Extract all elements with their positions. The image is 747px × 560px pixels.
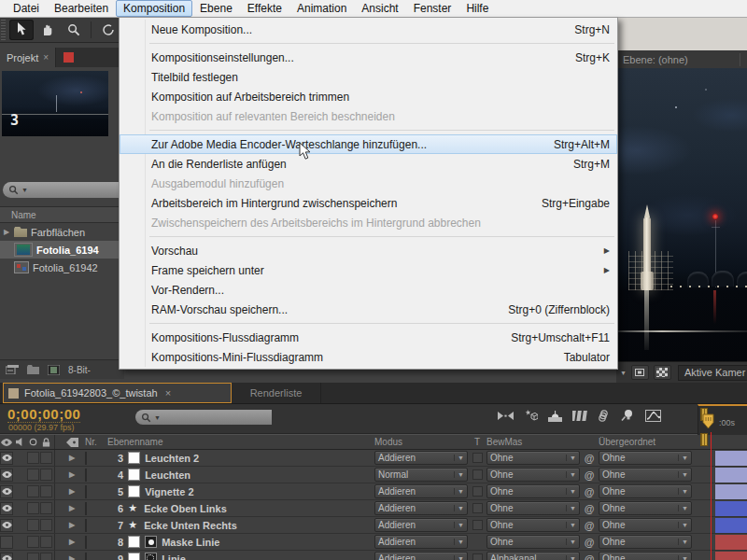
menu-item-vorschau[interactable]: Vorschau ▶ <box>120 241 617 260</box>
graph-editor-icon[interactable] <box>645 410 661 422</box>
track-matte-dropdown[interactable]: Ohne▼ <box>486 535 580 549</box>
visibility-toggle[interactable] <box>0 452 13 465</box>
expand-arrow-icon[interactable]: ▶ <box>67 470 77 479</box>
menubar-item-komposition[interactable]: Komposition <box>116 0 192 17</box>
parent-dropdown[interactable]: Ohne▼ <box>599 484 692 498</box>
lock-toggle[interactable] <box>39 485 52 497</box>
preserve-transparency-toggle[interactable] <box>468 553 486 560</box>
interpret-footage-icon[interactable] <box>6 365 19 374</box>
preserve-transparency-toggle[interactable] <box>468 486 486 497</box>
layer-name-cell[interactable]: 8 Maske Linie <box>107 536 374 548</box>
blend-mode-dropdown[interactable]: Addieren▼ <box>374 484 468 498</box>
blend-mode-dropdown[interactable]: Addieren▼ <box>374 518 468 532</box>
layer-name-cell[interactable]: 5 Vignette 2 <box>107 485 374 497</box>
lock-toggle[interactable] <box>39 502 52 514</box>
layer-duration-bar[interactable] <box>715 451 747 466</box>
label-color-swatch[interactable] <box>85 536 87 549</box>
expand-arrow-icon[interactable]: ▶ <box>67 554 77 560</box>
label-color-swatch[interactable] <box>85 553 87 560</box>
menubar-item-animation[interactable]: Animation <box>289 0 354 17</box>
lock-toggle[interactable] <box>39 519 52 531</box>
blend-mode-dropdown[interactable]: Normal▼ <box>374 468 468 482</box>
project-search-input[interactable]: ▼ <box>3 182 124 198</box>
menu-item-frame-speichern[interactable]: Frame speichern unter ▶ <box>120 260 617 280</box>
live-update-icon[interactable] <box>621 409 635 422</box>
table-row[interactable]: ▶ 6 ★ Ecke Oben Links Addieren▼ Ohne▼ @ … <box>0 500 747 517</box>
project-name-column-header[interactable]: Name <box>0 206 130 223</box>
work-area-handle[interactable] <box>700 433 708 446</box>
menu-item-neue-komposition[interactable]: Neue Komposition... Strg+N <box>120 20 617 39</box>
expand-arrow-icon[interactable]: ▶ <box>3 228 10 236</box>
lock-toggle[interactable] <box>39 553 52 560</box>
visibility-toggle[interactable] <box>0 519 13 532</box>
tab-projekt[interactable]: Projekt × <box>0 48 55 67</box>
hand-tool-button[interactable] <box>35 20 60 40</box>
layer-name[interactable]: Linie <box>162 553 186 560</box>
draft-3d-icon[interactable] <box>524 409 538 422</box>
blend-mode-dropdown[interactable]: Addieren▼ <box>374 552 468 560</box>
preserve-transparency-toggle[interactable] <box>468 453 486 463</box>
composition-canvas[interactable] <box>616 68 747 362</box>
solo-toggle[interactable] <box>26 553 39 560</box>
track-matte-dropdown[interactable]: Ohne▼ <box>486 518 580 532</box>
visibility-toggle[interactable] <box>0 469 13 482</box>
solo-toggle[interactable] <box>26 519 39 531</box>
label-color-swatch[interactable] <box>85 452 87 465</box>
timeline-search-input[interactable]: ▼ <box>135 410 272 425</box>
layer-name-cell[interactable]: 6 ★ Ecke Oben Links <box>107 502 374 514</box>
column-t[interactable]: T <box>468 437 486 447</box>
layer-name[interactable]: Ecke Unten Rechts <box>144 520 237 531</box>
pick-whip-icon[interactable]: @ <box>580 469 599 481</box>
track-matte-dropdown[interactable]: Alphakanal▼ <box>486 552 580 560</box>
tab-close-icon[interactable]: × <box>165 387 171 399</box>
lock-toggle[interactable] <box>39 469 52 481</box>
motion-blur-icon[interactable] <box>572 410 587 422</box>
layer-duration-bar[interactable] <box>715 552 747 560</box>
visibility-toggle[interactable] <box>0 536 13 549</box>
expand-arrow-icon[interactable]: ▶ <box>67 487 77 496</box>
menubar-item-ebene[interactable]: Ebene <box>192 0 240 17</box>
layer-name[interactable]: Leuchten 2 <box>145 453 199 464</box>
expand-arrow-icon[interactable]: ▶ <box>67 504 77 512</box>
menubar-item-ansicht[interactable]: Ansicht <box>354 0 405 17</box>
blend-mode-dropdown[interactable]: Addieren▼ <box>374 501 468 515</box>
layer-name-cell[interactable]: 3 Leuchten 2 <box>107 452 374 464</box>
bit-depth-label[interactable]: 8-Bit- <box>68 365 91 375</box>
lock-toggle[interactable] <box>39 452 52 464</box>
new-composition-icon[interactable] <box>48 365 60 375</box>
column-modus[interactable]: Modus <box>374 437 468 447</box>
column-uebergeordnet[interactable]: Übergeordnet <box>599 437 692 447</box>
table-row[interactable]: ▶ 9 Linie Addieren▼ Alphakanal▼ @ Ohne▼ <box>0 551 747 560</box>
tab-effect-controls[interactable] <box>55 48 80 67</box>
pick-whip-icon[interactable]: @ <box>580 537 599 548</box>
menubar-item-fenster[interactable]: Fenster <box>406 0 459 17</box>
menu-item-mini-flussdiagramm[interactable]: Kompositions-Mini-Flussdiagramm Tabulato… <box>120 347 617 367</box>
menubar-item-datei[interactable]: Datei <box>6 0 47 17</box>
track-matte-dropdown[interactable]: Ohne▼ <box>486 501 580 515</box>
solo-toggle[interactable] <box>26 536 39 548</box>
track-matte-dropdown[interactable]: Ohne▼ <box>486 484 580 498</box>
search-dropdown-icon[interactable]: ▼ <box>154 414 161 421</box>
panel-grip[interactable] <box>1 19 6 40</box>
layer-duration-bar[interactable] <box>715 484 747 499</box>
magnification-dropdown-icon[interactable]: ▼ <box>620 370 627 376</box>
visibility-toggle[interactable] <box>0 502 13 515</box>
column-ebenenname[interactable]: Ebenenname <box>107 437 374 447</box>
frame-blend-icon[interactable] <box>548 410 562 422</box>
list-item-fotolia-footage[interactable]: Fotolia_6194 <box>0 241 119 259</box>
layer-name[interactable]: Leuchten <box>145 469 190 481</box>
label-color-swatch[interactable] <box>85 519 87 532</box>
menu-item-kompositionseinstellungen[interactable]: Kompositionseinstellungen... Strg+K <box>120 48 617 67</box>
expand-arrow-icon[interactable]: ▶ <box>67 454 77 462</box>
preserve-transparency-toggle[interactable] <box>468 469 486 480</box>
label-color-swatch[interactable]: ▶ <box>63 454 81 462</box>
table-row[interactable]: ▶ 7 ★ Ecke Unten Rechts Addieren▼ Ohne▼ … <box>0 517 747 534</box>
menu-item-ram-vorschau-speichern[interactable]: RAM-Vorschau speichern... Strg+0 (Ziffer… <box>120 300 617 319</box>
label-color-swatch[interactable] <box>85 485 87 498</box>
active-camera-dropdown[interactable]: Aktive Kamer <box>678 365 747 381</box>
preserve-transparency-toggle[interactable] <box>468 503 486 513</box>
menubar-item-effekte[interactable]: Effekte <box>240 0 289 17</box>
layer-name[interactable]: Vignette 2 <box>145 486 193 497</box>
visibility-toggle[interactable] <box>0 553 13 560</box>
parent-dropdown[interactable]: Ohne▼ <box>599 552 692 560</box>
